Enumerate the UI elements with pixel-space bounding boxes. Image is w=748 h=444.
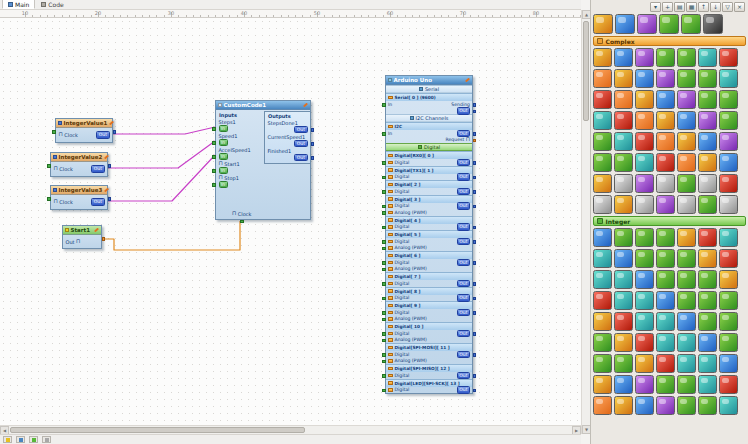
- channel-bar[interactable]: Digital[RX0][ 0 ]: [386, 151, 472, 159]
- digital-input-pin[interactable]: [382, 389, 386, 393]
- clock-input-pin[interactable]: [52, 130, 56, 134]
- digital-out-pin[interactable]: [473, 353, 477, 357]
- wire[interactable]: [108, 141, 215, 168]
- component-icon[interactable]: [656, 312, 675, 331]
- horizontal-scrollbar[interactable]: ◀ ▶: [0, 425, 581, 434]
- clock-bottom-pin[interactable]: [240, 220, 244, 224]
- channel-bar[interactable]: Serial[ 0 ] (9600): [386, 93, 472, 101]
- component-icon[interactable]: [614, 153, 633, 172]
- i2c-out-pin[interactable]: [473, 132, 477, 136]
- component-icon[interactable]: [615, 14, 635, 34]
- output-pin[interactable]: [108, 197, 112, 201]
- serial-input-pin[interactable]: [382, 103, 386, 107]
- component-icon[interactable]: [656, 48, 675, 67]
- i2c-input-pin[interactable]: [382, 132, 386, 136]
- integer-value-block[interactable]: IntegerValue3⊓ClockOut: [50, 185, 108, 210]
- tab-main[interactable]: Main: [2, 0, 35, 9]
- component-icon[interactable]: [698, 174, 717, 193]
- grid-view-icon[interactable]: ▦: [686, 2, 697, 12]
- component-icon[interactable]: [677, 69, 696, 88]
- component-icon[interactable]: [677, 312, 696, 331]
- analog-pwm-input-pin[interactable]: [382, 360, 386, 364]
- category-complex[interactable]: Complex: [593, 36, 746, 46]
- component-icon[interactable]: [593, 69, 612, 88]
- analog-pwm-input-pin[interactable]: [382, 339, 386, 343]
- component-icon[interactable]: [698, 228, 717, 247]
- component-icon[interactable]: [719, 354, 738, 373]
- digital-input-pin[interactable]: [382, 282, 386, 286]
- channel-bar[interactable]: Digital[ 6 ]: [386, 251, 472, 259]
- component-icon[interactable]: [635, 375, 654, 394]
- component-icon[interactable]: [656, 270, 675, 289]
- digital-input-pin[interactable]: [382, 161, 386, 165]
- component-icon[interactable]: [698, 333, 717, 352]
- input-pin[interactable]: [212, 183, 216, 187]
- component-icon[interactable]: [677, 270, 696, 289]
- component-icon[interactable]: [593, 291, 612, 310]
- component-icon[interactable]: [593, 396, 612, 415]
- digital-input-pin[interactable]: [382, 332, 386, 336]
- component-icon[interactable]: [677, 111, 696, 130]
- component-icon[interactable]: [698, 291, 717, 310]
- component-icon[interactable]: [719, 174, 738, 193]
- component-icon[interactable]: [635, 333, 654, 352]
- horizontal-scroll-thumb[interactable]: [10, 427, 305, 433]
- arduino-block[interactable]: Arduino UnoSerialSerial[ 0 ] (9600)InSen…: [385, 75, 473, 394]
- component-icon[interactable]: [719, 90, 738, 109]
- component-icon[interactable]: [593, 270, 612, 289]
- close-icon[interactable]: ×: [734, 2, 745, 12]
- component-icon[interactable]: [719, 111, 738, 130]
- analog-pwm-input-pin[interactable]: [382, 318, 386, 322]
- component-icon[interactable]: [698, 312, 717, 331]
- component-icon[interactable]: [593, 153, 612, 172]
- component-icon[interactable]: [677, 333, 696, 352]
- component-icon[interactable]: [635, 228, 654, 247]
- component-icon[interactable]: [593, 354, 612, 373]
- component-icon[interactable]: [719, 132, 738, 151]
- dropdown-icon[interactable]: ▾: [650, 2, 661, 12]
- digital-out-pin[interactable]: [473, 190, 477, 194]
- sort-up-icon[interactable]: ↑: [698, 2, 709, 12]
- output-pin[interactable]: [113, 130, 117, 134]
- component-icon[interactable]: [656, 132, 675, 151]
- component-icon[interactable]: [698, 249, 717, 268]
- component-icon[interactable]: [677, 132, 696, 151]
- channel-bar[interactable]: Digital[ 10 ]: [386, 322, 472, 330]
- component-icon[interactable]: [614, 249, 633, 268]
- component-icon[interactable]: [698, 195, 717, 214]
- component-icon[interactable]: [656, 375, 675, 394]
- digital-out-pin[interactable]: [473, 282, 477, 286]
- digital-input-pin[interactable]: [382, 226, 386, 230]
- digital-input-pin[interactable]: [382, 261, 386, 265]
- component-icon[interactable]: [614, 291, 633, 310]
- input-pin[interactable]: [212, 141, 216, 145]
- component-icon[interactable]: [719, 153, 738, 172]
- component-icon[interactable]: [635, 312, 654, 331]
- component-icon[interactable]: [656, 396, 675, 415]
- component-icon[interactable]: [593, 132, 612, 151]
- add-icon[interactable]: +: [662, 2, 673, 12]
- component-icon[interactable]: [635, 90, 654, 109]
- component-icon[interactable]: [635, 48, 654, 67]
- component-icon[interactable]: [698, 111, 717, 130]
- digital-input-pin[interactable]: [382, 374, 386, 378]
- component-icon[interactable]: [677, 249, 696, 268]
- component-icon[interactable]: [614, 354, 633, 373]
- component-icon[interactable]: [719, 312, 738, 331]
- component-icon[interactable]: [677, 48, 696, 67]
- component-icon[interactable]: [719, 396, 738, 415]
- component-icon[interactable]: [677, 195, 696, 214]
- component-icon[interactable]: [677, 228, 696, 247]
- digital-out-pin[interactable]: [473, 311, 477, 315]
- component-icon[interactable]: [614, 195, 633, 214]
- component-icon[interactable]: [614, 69, 633, 88]
- component-icon[interactable]: [677, 153, 696, 172]
- component-icon[interactable]: [719, 291, 738, 310]
- list-view-icon[interactable]: ▤: [674, 2, 685, 12]
- input-pin[interactable]: [212, 169, 216, 173]
- component-icon[interactable]: [614, 312, 633, 331]
- component-icon[interactable]: [593, 111, 612, 130]
- input-pin[interactable]: [212, 127, 216, 131]
- vertical-scrollbar[interactable]: ▲ ▼: [581, 10, 590, 434]
- component-icon[interactable]: [593, 195, 612, 214]
